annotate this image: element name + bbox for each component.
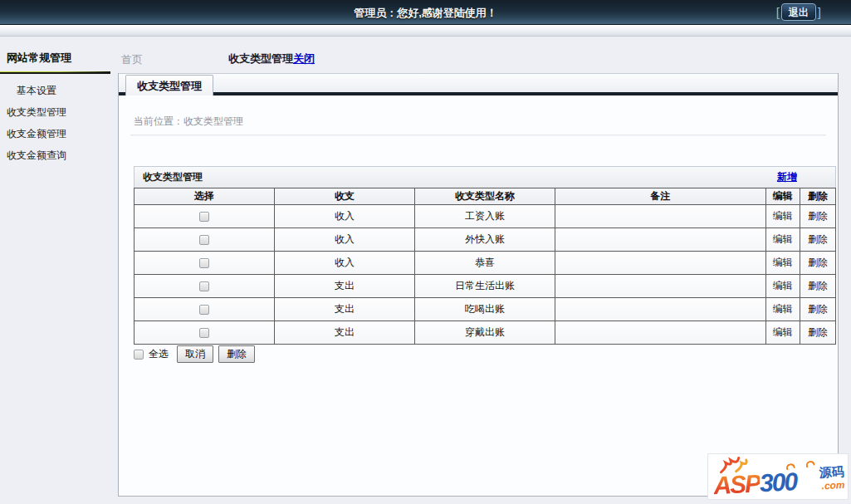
row-checkbox[interactable] — [199, 212, 209, 222]
delete-link[interactable]: 删除 — [808, 280, 828, 291]
cell-note — [555, 228, 766, 252]
cell-delete: 删除 — [800, 252, 835, 275]
cell-select — [134, 228, 275, 252]
cell-delete: 删除 — [800, 205, 835, 228]
sidebar-item-basic-settings[interactable]: 基本设置 — [0, 81, 116, 100]
cell-edit: 编辑 — [765, 275, 800, 298]
page-title: 收支类型管理 — [228, 52, 293, 65]
cell-name: 日常生活出账 — [415, 275, 555, 298]
close-link[interactable]: 关闭 — [293, 52, 315, 65]
cell-select — [134, 321, 275, 345]
cell-select — [134, 298, 275, 321]
cell-edit: 编辑 — [765, 321, 800, 345]
brand-text: ASP300 — [713, 468, 797, 499]
cell-delete: 删除 — [800, 321, 835, 345]
cell-select — [134, 205, 275, 228]
column-header-type: 收支 — [275, 188, 415, 205]
table-row: 支出吃喝出账编辑删除 — [134, 298, 836, 321]
cell-edit: 编辑 — [765, 298, 800, 321]
type-table: 选择 收支 收支类型名称 备注 编辑 删除 收入工资入账编辑删除收入外快入账编辑… — [134, 188, 836, 345]
cell-select — [134, 275, 275, 298]
delete-link[interactable]: 删除 — [808, 326, 828, 338]
column-header-select: 选择 — [134, 188, 275, 205]
cell-type: 支出 — [275, 298, 415, 321]
cell-note — [555, 321, 766, 345]
welcome-text: 管理员：您好,感谢登陆使用！ — [0, 6, 851, 21]
row-checkbox[interactable] — [199, 305, 209, 315]
breadcrumb-current: 收支类型管理关闭 — [228, 51, 315, 66]
edit-link[interactable]: 编辑 — [773, 210, 793, 222]
table-header-row: 选择 收支 收支类型名称 备注 编辑 删除 — [134, 188, 836, 205]
tab-strip: 收支类型管理 — [119, 73, 838, 95]
delete-button[interactable]: 删除 — [218, 345, 255, 363]
current-location-text: 当前位置：收支类型管理 — [134, 115, 243, 129]
table-row: 收入外快入账编辑删除 — [134, 228, 836, 252]
table-row: 支出穿戴出账编辑删除 — [134, 321, 836, 345]
cell-delete: 删除 — [800, 298, 835, 321]
row-checkbox[interactable] — [199, 235, 209, 245]
logout-button[interactable]: 退出 — [781, 3, 816, 21]
column-header-edit: 编辑 — [765, 188, 800, 205]
delete-link[interactable]: 删除 — [808, 303, 828, 315]
cell-type: 支出 — [275, 275, 415, 298]
cell-note — [555, 252, 766, 275]
cell-name: 工资入账 — [415, 205, 555, 228]
delete-link[interactable]: 删除 — [808, 257, 828, 268]
logout-wrap: [ 退出 ] — [776, 3, 821, 21]
select-all-checkbox[interactable] — [134, 350, 144, 360]
edit-link[interactable]: 编辑 — [773, 326, 793, 338]
cell-edit: 编辑 — [765, 228, 800, 252]
type-management-section: 收支类型管理 新增 选择 收支 收支类型名称 备注 编辑 删除 收入工资入账编辑… — [134, 166, 836, 345]
footer-controls: 全选 取消 删除 — [134, 345, 255, 363]
brand-com: .com — [821, 479, 845, 492]
location-divider — [130, 135, 826, 136]
section-title: 收支类型管理 — [143, 167, 203, 188]
cell-name: 外快入账 — [415, 228, 555, 252]
sidebar-divider — [0, 71, 110, 74]
cell-note — [555, 298, 766, 321]
row-checkbox[interactable] — [199, 328, 209, 338]
cell-name: 恭喜 — [415, 252, 555, 275]
asp300-watermark: ASP300 源码 .com — [707, 453, 849, 500]
edit-link[interactable]: 编辑 — [773, 303, 793, 315]
table-row: 收入工资入账编辑删除 — [134, 205, 836, 228]
sub-bar — [0, 25, 851, 37]
logout-bracket-right: ] — [818, 4, 821, 21]
cell-type: 支出 — [275, 321, 415, 345]
cell-edit: 编辑 — [765, 252, 800, 275]
sidebar-title: 网站常规管理 — [7, 51, 71, 66]
row-checkbox[interactable] — [199, 258, 209, 268]
cell-note — [555, 205, 766, 228]
table-body: 收入工资入账编辑删除收入外快入账编辑删除收入恭喜编辑删除支出日常生活出账编辑删除… — [134, 205, 836, 345]
brand-300: 300 — [759, 467, 797, 497]
section-header: 收支类型管理 新增 — [134, 166, 836, 188]
cancel-button[interactable]: 取消 — [177, 345, 213, 363]
flame-arc — [805, 460, 815, 468]
edit-link[interactable]: 编辑 — [773, 280, 793, 291]
tab-income-expense-type[interactable]: 收支类型管理 — [125, 75, 213, 95]
table-row: 收入恭喜编辑删除 — [134, 252, 836, 275]
tab-strip-underline — [119, 92, 838, 95]
sidebar-item-amount-query[interactable]: 收支金额查询 — [0, 146, 116, 164]
edit-link[interactable]: 编辑 — [773, 233, 793, 245]
sidebar-item-amount-management[interactable]: 收支金额管理 — [0, 125, 116, 143]
sidebar-item-type-management[interactable]: 收支类型管理 — [0, 103, 116, 121]
cell-type: 收入 — [275, 205, 415, 228]
breadcrumb-home[interactable]: 首页 — [121, 52, 143, 67]
table-row: 支出日常生活出账编辑删除 — [134, 275, 836, 298]
cell-name: 吃喝出账 — [415, 298, 555, 321]
cell-delete: 删除 — [800, 228, 835, 252]
edit-link[interactable]: 编辑 — [773, 257, 793, 268]
cell-delete: 删除 — [800, 275, 835, 298]
cell-select — [134, 252, 275, 275]
column-header-delete: 删除 — [800, 188, 835, 205]
row-checkbox[interactable] — [199, 281, 209, 291]
delete-link[interactable]: 删除 — [808, 210, 828, 222]
cell-edit: 编辑 — [765, 205, 800, 228]
cell-name: 穿戴出账 — [415, 321, 555, 345]
brand-asp: ASP — [713, 469, 761, 499]
add-link[interactable]: 新增 — [777, 167, 797, 188]
delete-link[interactable]: 删除 — [808, 233, 828, 245]
column-header-name: 收支类型名称 — [415, 188, 555, 205]
cell-type: 收入 — [275, 228, 415, 252]
